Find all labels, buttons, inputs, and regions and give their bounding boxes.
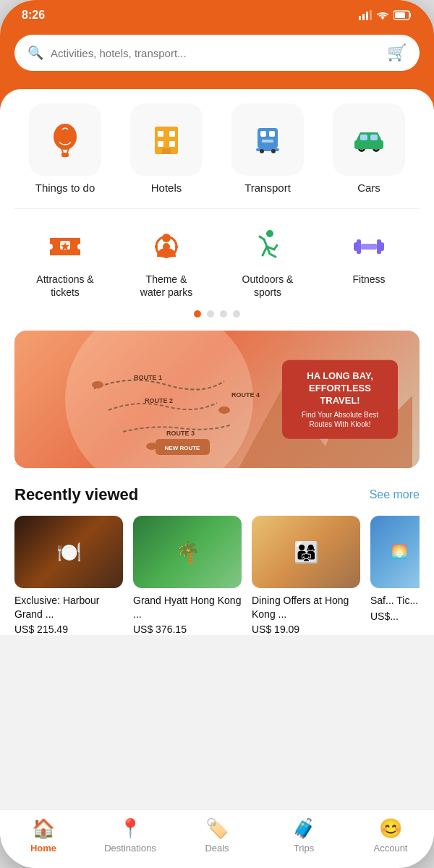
card-3[interactable]: 👨‍👩‍👧 Dining Offers at Hong Kong ... US$… (252, 516, 360, 634)
hotels-icon-box (130, 103, 203, 176)
svg-point-42 (266, 230, 273, 237)
card-2-title: Grand Hyatt Hong Kong ... (133, 594, 242, 620)
running-person-icon (250, 229, 286, 261)
sub-theme-parks[interactable]: Theme &water parks (123, 224, 210, 299)
hotels-label: Hotels (151, 182, 182, 194)
sub-outdoors[interactable]: Outdoors &sports (224, 224, 311, 299)
card-4-title: Saf... Tic... (370, 594, 420, 607)
theme-parks-icon (148, 224, 184, 267)
svg-rect-6 (395, 12, 405, 18)
banner-subtitle: Find Your Absolute Best Routes With Kloo… (294, 410, 386, 429)
svg-line-43 (260, 237, 264, 239)
outdoors-icon (250, 224, 286, 267)
things-to-do-icon-box (29, 103, 101, 176)
svg-point-4 (382, 17, 384, 20)
card-4[interactable]: 🌅 Saf... Tic... US$... (370, 516, 420, 634)
theme-parks-label: Theme &water parks (140, 273, 192, 299)
recently-viewed-cards: 🍽️ Exclusive: Harbour Grand ... US$ 215.… (14, 516, 420, 634)
transport-label: Transport (244, 182, 291, 194)
dot-2 (207, 310, 214, 318)
svg-rect-18 (260, 131, 266, 137)
sub-fitness[interactable]: Fitness (326, 224, 412, 299)
outdoors-label: Outdoors &sports (242, 273, 294, 299)
svg-rect-48 (361, 244, 377, 250)
gear-person-icon (148, 229, 184, 261)
category-hotels[interactable]: Hotels (123, 103, 210, 194)
svg-rect-2 (366, 12, 368, 20)
search-input[interactable] (51, 47, 380, 59)
pagination-dots (14, 310, 420, 318)
sub-attractions[interactable]: Attractions &tickets (22, 224, 109, 299)
trips-nav-icon: 🧳 (292, 817, 315, 840)
svg-text:ROUTE 1: ROUTE 1 (134, 374, 162, 381)
banner-title: HA LONG BAY, EFFORTLESS TRAVEL! (294, 370, 386, 407)
recently-viewed-title: Recently viewed (14, 485, 138, 504)
card-1-image: 🍽️ (14, 516, 123, 588)
svg-point-55 (218, 407, 230, 414)
signal-icon (359, 10, 372, 20)
svg-point-54 (92, 381, 103, 388)
cars-icon-box (333, 103, 405, 176)
hotels-icon (148, 121, 185, 158)
card-4-image: 🌅 (370, 516, 420, 588)
category-transport[interactable]: Transport (224, 103, 311, 194)
ticket-icon (47, 229, 83, 261)
sub-categories: Attractions &tickets Theme &water (14, 224, 420, 299)
time-display: 8:26 (22, 9, 45, 22)
nav-deals[interactable]: 🏷️ Deals (184, 817, 250, 854)
search-bar[interactable]: 🔍 🛒 (14, 35, 420, 71)
main-categories: Things to do Hotels (14, 103, 420, 194)
see-more-button[interactable]: See more (370, 488, 420, 501)
status-bar: 8:26 (0, 0, 434, 27)
svg-rect-27 (370, 135, 378, 140)
svg-text:ROUTE 3: ROUTE 3 (166, 430, 195, 437)
destinations-nav-label: Destinations (104, 843, 156, 854)
trips-nav-label: Trips (294, 843, 314, 854)
banner-text-box: HA LONG BAY, EFFORTLESS TRAVEL! Find You… (282, 360, 398, 439)
card-4-price: US$... (370, 610, 420, 622)
svg-text:ROUTE 4: ROUTE 4 (231, 391, 260, 399)
search-icon: 🔍 (27, 45, 43, 61)
svg-rect-10 (61, 153, 69, 157)
nav-destinations[interactable]: 📍 Destinations (98, 817, 163, 854)
battery-icon (393, 10, 412, 20)
nav-account[interactable]: 😊 Account (358, 817, 423, 854)
svg-rect-12 (158, 131, 163, 137)
svg-point-37 (163, 243, 170, 250)
nav-trips[interactable]: 🧳 Trips (271, 817, 336, 854)
card-1-price: US$ 215.49 (14, 624, 123, 635)
destinations-nav-icon: 📍 (119, 817, 142, 840)
svg-rect-32 (354, 140, 383, 149)
svg-rect-14 (158, 141, 163, 147)
account-nav-label: Account (374, 843, 408, 854)
svg-rect-47 (377, 239, 381, 254)
cart-icon[interactable]: 🛒 (387, 43, 407, 62)
promo-banner[interactable]: ROUTE 1 ROUTE 2 ROUTE 3 ROUTE 4 NEW ROUT… (14, 331, 420, 468)
card-3-title: Dining Offers at Hong Kong ... (252, 594, 360, 620)
home-nav-label: Home (30, 843, 56, 854)
dot-3 (220, 310, 227, 318)
home-nav-icon: 🏠 (32, 817, 55, 840)
section-divider-1 (14, 208, 420, 209)
card-1-title: Exclusive: Harbour Grand ... (14, 594, 123, 620)
deals-nav-icon: 🏷️ (205, 817, 229, 840)
svg-rect-3 (370, 10, 372, 20)
category-things-to-do[interactable]: Things to do (22, 103, 109, 194)
svg-rect-13 (169, 131, 175, 137)
card-3-image: 👨‍👩‍👧 (252, 516, 360, 588)
card-1[interactable]: 🍽️ Exclusive: Harbour Grand ... US$ 215.… (14, 516, 123, 634)
category-cars[interactable]: Cars (326, 103, 412, 194)
svg-rect-1 (362, 14, 365, 20)
phone-frame: 8:26 🔍 🛒 (0, 0, 434, 868)
svg-text:ROUTE 2: ROUTE 2 (145, 397, 173, 404)
fitness-icon (351, 224, 387, 267)
hot-air-balloon-icon (46, 121, 84, 158)
nav-home[interactable]: 🏠 Home (11, 817, 76, 854)
transport-icon-box (231, 103, 304, 176)
banner-content: ROUTE 1 ROUTE 2 ROUTE 3 ROUTE 4 NEW ROUT… (14, 331, 420, 468)
attractions-label: Attractions &tickets (36, 273, 93, 299)
deals-nav-label: Deals (205, 843, 229, 854)
card-2[interactable]: 🌴 Grand Hyatt Hong Kong ... US$ 376.15 (133, 516, 242, 634)
svg-rect-16 (162, 148, 171, 154)
svg-rect-46 (357, 239, 361, 254)
